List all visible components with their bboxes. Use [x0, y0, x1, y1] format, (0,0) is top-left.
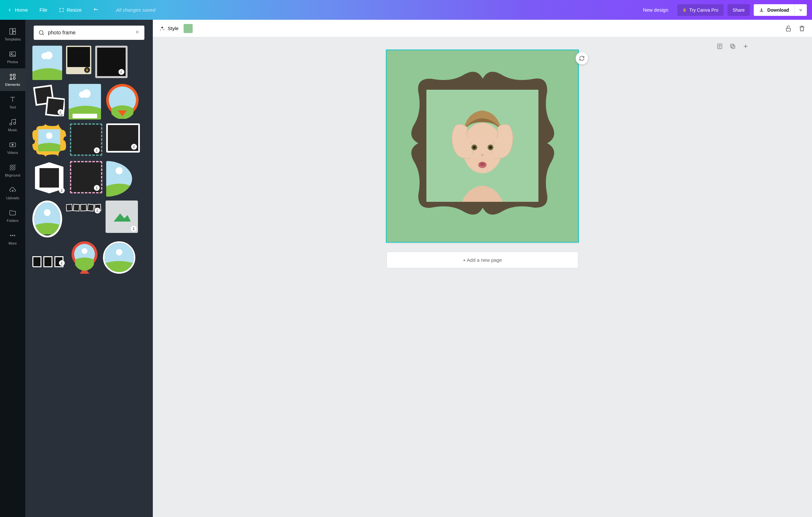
try-pro-button[interactable]: ♛ Try Canva Pro	[677, 4, 724, 16]
download-icon	[759, 7, 764, 12]
download-button[interactable]: Download	[754, 4, 794, 16]
resize-button[interactable]: Resize	[57, 4, 84, 15]
file-label: File	[39, 7, 47, 12]
header-right: New design ♛ Try Canva Pro Share Downloa…	[638, 4, 807, 16]
share-button[interactable]: Share	[727, 4, 750, 16]
top-header: Home File Resize All changes saved New d…	[0, 0, 812, 20]
home-button[interactable]: Home	[5, 4, 30, 15]
new-design-label: New design	[643, 7, 668, 12]
chevron-left-icon	[7, 7, 12, 12]
home-label: Home	[15, 7, 28, 12]
share-label: Share	[733, 7, 745, 12]
header-left: Home File Resize All changes saved	[5, 4, 155, 15]
chevron-down-icon	[799, 8, 803, 12]
new-design-button[interactable]: New design	[638, 4, 673, 16]
undo-button[interactable]	[91, 5, 100, 15]
download-group: Download	[754, 4, 807, 16]
undo-icon	[93, 7, 98, 12]
download-more-button[interactable]	[794, 4, 807, 16]
save-status: All changes saved	[116, 7, 155, 12]
file-menu[interactable]: File	[37, 4, 49, 15]
resize-label: Resize	[67, 7, 82, 12]
try-pro-label: Try Canva Pro	[689, 7, 719, 12]
download-label: Download	[767, 7, 789, 12]
crown-icon: ♛	[683, 7, 687, 12]
resize-icon	[59, 7, 64, 12]
